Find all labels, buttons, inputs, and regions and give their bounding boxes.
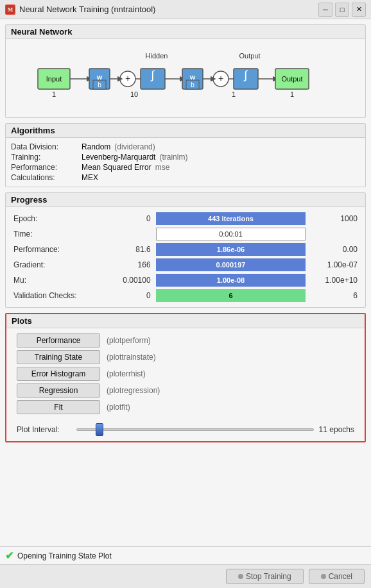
algo-muted: (trainlm)	[159, 153, 187, 162]
algo-label: Calculations:	[11, 173, 82, 182]
window-title: Neural Network Training (nntraintool)	[19, 4, 315, 14]
svg-text:1: 1	[232, 90, 236, 98]
progress-end: 0.00	[308, 242, 360, 257]
algo-label: Training:	[11, 153, 82, 162]
plot-interval-slider-container	[76, 423, 314, 436]
main-content: Neural Network Input 1 Hidden w b +	[0, 19, 371, 546]
progress-label: Gradient:	[11, 257, 106, 273]
plot-button[interactable]: Training State	[17, 350, 100, 364]
plot-row: Fit (plotfit)	[17, 400, 354, 414]
progress-bar-text: 6	[229, 292, 232, 299]
progress-start: 81.6	[106, 242, 153, 257]
plot-row: Training State (plottrainstate)	[17, 350, 354, 364]
progress-bar-text: 0.000197	[216, 261, 246, 269]
svg-text:10: 10	[130, 90, 138, 98]
window-controls: ─ □ ✕	[318, 3, 366, 17]
close-button[interactable]: ✕	[352, 3, 366, 17]
progress-bar-blue: 1.86e-06	[156, 243, 306, 256]
stop-training-label: Stop Training	[246, 572, 291, 581]
progress-row: Mu: 0.00100 1.00e-08 1.00e+10	[11, 273, 360, 288]
progress-bar-blue: 0.000197	[156, 258, 306, 271]
svg-text:∫: ∫	[150, 69, 155, 81]
algorithms-content: Data Division: Random (dividerand)Traini…	[6, 138, 365, 187]
maximize-button[interactable]: □	[335, 3, 349, 17]
cancel-dot-icon	[321, 574, 326, 579]
plot-row: Performance (plotperform)	[17, 333, 354, 348]
svg-text:Input: Input	[46, 75, 62, 83]
plot-fn: (plotfit)	[107, 403, 130, 412]
status-check-icon: ✔	[5, 550, 13, 562]
progress-title: Progress	[6, 193, 365, 207]
algorithms-section: Algorithms Data Division: Random (divide…	[5, 123, 366, 187]
plot-interval-row: Plot Interval: 11 epochs	[6, 419, 365, 441]
progress-bar-green: 6	[156, 289, 306, 302]
progress-row: Gradient: 166 0.000197 1.00e-07	[11, 257, 360, 273]
progress-start	[106, 226, 153, 242]
neural-network-section: Neural Network Input 1 Hidden w b +	[5, 24, 366, 118]
progress-start: 0.00100	[106, 273, 153, 288]
progress-label: Epoch:	[11, 211, 106, 226]
svg-text:Hidden: Hidden	[146, 52, 168, 60]
slider-track	[76, 428, 314, 431]
progress-start: 0	[106, 211, 153, 226]
svg-text:1: 1	[290, 90, 294, 98]
stop-training-button[interactable]: Stop Training	[226, 569, 304, 584]
algo-row: Performance: Mean Squared Error mse	[11, 162, 360, 172]
progress-end: 6	[308, 288, 360, 303]
slider-thumb[interactable]	[96, 423, 103, 436]
algo-value: MEX	[82, 173, 98, 182]
svg-text:M: M	[8, 6, 13, 13]
progress-bar-cell: 0:00:01	[153, 226, 309, 242]
progress-start: 0	[106, 288, 153, 303]
progress-row: Performance: 81.6 1.86e-06 0.00	[11, 242, 360, 257]
svg-text:b: b	[98, 81, 101, 88]
progress-end	[308, 226, 360, 242]
progress-label: Time:	[11, 226, 106, 242]
algo-muted: mse	[155, 163, 170, 172]
svg-text:+: +	[218, 73, 223, 83]
progress-bar-text: 1.86e-06	[217, 246, 245, 253]
plots-title: Plots	[6, 314, 365, 328]
svg-text:+: +	[125, 73, 130, 83]
progress-bar-text: 443 iterations	[208, 215, 254, 223]
algo-label: Performance:	[11, 163, 82, 172]
nn-diagram-svg: Input 1 Hidden w b + ∫ 10	[8, 44, 363, 115]
status-bar: ✔ Opening Training State Plot	[0, 546, 371, 564]
title-bar: M Neural Network Training (nntraintool) …	[0, 0, 371, 19]
plot-row: Error Histogram (ploterrhist)	[17, 367, 354, 381]
cancel-button[interactable]: Cancel	[309, 569, 365, 584]
algorithms-title: Algorithms	[6, 124, 365, 138]
algo-muted: (dividerand)	[114, 142, 155, 151]
svg-text:b: b	[191, 81, 194, 88]
plot-row: Regression (plotregression)	[17, 383, 354, 398]
plot-fn: (plottrainstate)	[107, 353, 156, 362]
algo-row: Training: Levenberg-Marquardt (trainlm)	[11, 152, 360, 162]
algo-value: Levenberg-Marquardt	[82, 153, 155, 162]
algo-label: Data Division:	[11, 142, 82, 151]
progress-label: Validation Checks:	[11, 288, 106, 303]
progress-label: Mu:	[11, 273, 106, 288]
plots-buttons-grid: Performance (plotperform) Training State…	[6, 328, 365, 419]
svg-text:∫: ∫	[243, 69, 248, 81]
neural-network-diagram: Input 1 Hidden w b + ∫ 10	[6, 39, 365, 117]
plot-button[interactable]: Performance	[17, 333, 100, 348]
progress-bar-blue: 1.00e-08	[156, 274, 306, 287]
bottom-bar: Stop Training Cancel	[0, 564, 371, 588]
progress-content: Epoch: 0 443 iterations 1000 Time: 0:00:…	[6, 207, 365, 307]
plot-button[interactable]: Fit	[17, 400, 100, 414]
algo-value: Random	[82, 142, 110, 151]
progress-end: 1.00e+10	[308, 273, 360, 288]
progress-end: 1.00e-07	[308, 257, 360, 273]
progress-bar-blue: 443 iterations	[156, 212, 306, 225]
progress-end: 1000	[308, 211, 360, 226]
plot-fn: (plotperform)	[107, 336, 151, 345]
progress-bar-cell: 6	[153, 288, 309, 303]
plots-section: Plots Performance (plotperform) Training…	[5, 313, 366, 442]
minimize-button[interactable]: ─	[318, 3, 332, 17]
progress-bar-cell: 1.86e-06	[153, 242, 309, 257]
progress-start: 166	[106, 257, 153, 273]
plot-button[interactable]: Regression	[17, 383, 100, 398]
plot-button[interactable]: Error Histogram	[17, 367, 100, 381]
svg-text:1: 1	[52, 90, 56, 98]
progress-bar-text: 1.00e-08	[217, 276, 245, 284]
